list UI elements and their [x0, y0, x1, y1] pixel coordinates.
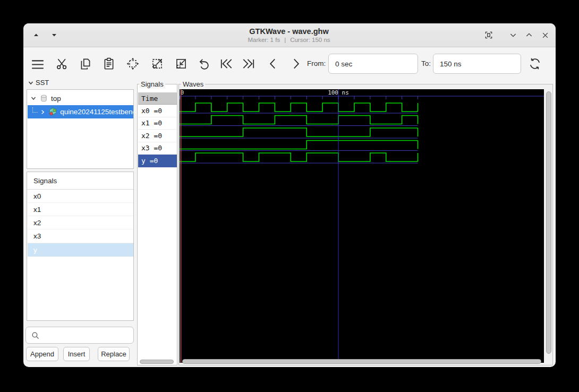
- signal-column-hscrollbar[interactable]: [140, 360, 174, 364]
- copy-icon[interactable]: [79, 57, 92, 71]
- window-title: GTKWave - wave.ghw: [130, 27, 448, 36]
- to-label: To:: [421, 59, 431, 67]
- signal-list-panel: Signals x0x1x2x3y: [27, 172, 134, 321]
- sst-header[interactable]: SST: [28, 79, 49, 87]
- waves-frame-label: Waves: [181, 80, 205, 88]
- triangle-down-icon[interactable]: [48, 23, 61, 47]
- globe-icon: [48, 107, 57, 116]
- search-input[interactable]: [42, 329, 132, 343]
- insert-button[interactable]: Insert: [63, 347, 90, 361]
- zoom-out-icon[interactable]: [150, 57, 164, 71]
- tree-item-label: quine20241125testbench: [60, 108, 133, 116]
- search-box: [25, 327, 134, 344]
- title-block: GTKWave - wave.ghw Marker: 1 fs|Cursor: …: [130, 23, 448, 44]
- expander-down-icon[interactable]: [30, 95, 37, 101]
- step-forward-icon[interactable]: [289, 57, 303, 71]
- triangle-up-icon[interactable]: [30, 23, 42, 47]
- search-icon: [31, 331, 40, 340]
- cylinder-icon: [40, 94, 48, 103]
- to-input[interactable]: [433, 54, 521, 74]
- zoom-in-icon[interactable]: [174, 57, 188, 71]
- tree-guide: [32, 107, 38, 113]
- menu-icon[interactable]: [31, 58, 45, 72]
- cut-icon[interactable]: [55, 57, 69, 71]
- from-label: From:: [307, 59, 326, 67]
- signal-list-item-y[interactable]: y: [28, 243, 133, 257]
- fullscreen-icon[interactable]: [481, 23, 496, 47]
- signal-value-row-x3[interactable]: x3 =0: [138, 142, 177, 155]
- sst-tree-panel: top quine20241125testbench: [27, 89, 134, 169]
- signal-value-row-y[interactable]: y =0: [138, 155, 177, 167]
- waves-panel: 0100 ns: [178, 84, 553, 365]
- seek-start-icon[interactable]: [219, 57, 233, 71]
- signal-list-item-x1[interactable]: x1: [28, 203, 133, 216]
- append-button[interactable]: Append: [26, 347, 58, 361]
- desktop-background: GTKWave - wave.ghw Marker: 1 fs|Cursor: …: [0, 0, 579, 392]
- tree-item-top[interactable]: top: [30, 92, 61, 105]
- signal-column-frame-label: Signals: [139, 80, 165, 88]
- cursor-status: Cursor: 150 ns: [290, 37, 330, 43]
- zoom-fit-icon[interactable]: [126, 57, 140, 71]
- chevron-down-icon[interactable]: [506, 23, 521, 47]
- signal-value-row-x1[interactable]: x1 =0: [138, 117, 177, 130]
- titlebar[interactable]: GTKWave - wave.ghw Marker: 1 fs|Cursor: …: [23, 23, 556, 47]
- paste-icon[interactable]: [102, 57, 116, 71]
- sst-label: SST: [36, 79, 49, 87]
- seek-end-icon[interactable]: [242, 57, 256, 71]
- replace-button[interactable]: Replace: [98, 347, 130, 361]
- close-icon[interactable]: [538, 23, 552, 47]
- waves-vscrollbar[interactable]: [546, 91, 551, 354]
- signal-list-item-x3[interactable]: x3: [28, 230, 133, 243]
- undo-icon[interactable]: [198, 57, 211, 71]
- signal-list-item-x0[interactable]: x0: [28, 190, 133, 203]
- time-header[interactable]: Time: [138, 92, 177, 105]
- from-input[interactable]: [328, 54, 418, 74]
- status-separator: |: [284, 37, 286, 43]
- signal-value-row-x2[interactable]: x2 =0: [138, 130, 177, 142]
- signal-value-row-x0[interactable]: x0 =0: [138, 105, 177, 117]
- gtkwave-window: GTKWave - wave.ghw Marker: 1 fs|Cursor: …: [23, 23, 556, 367]
- signal-list-header[interactable]: Signals: [27, 172, 133, 190]
- tree-item-label: top: [51, 95, 61, 103]
- wave-canvas[interactable]: 0100 ns: [180, 89, 544, 363]
- marker-status: Marker: 1 fs: [248, 37, 280, 43]
- expander-right-icon[interactable]: [40, 109, 46, 115]
- tree-item-testbench[interactable]: quine20241125testbench: [28, 105, 133, 118]
- reload-icon[interactable]: [528, 57, 542, 71]
- chevron-up-icon[interactable]: [522, 23, 537, 47]
- status-line: Marker: 1 fs|Cursor: 150 ns: [130, 36, 448, 44]
- waves-hscrollbar[interactable]: [182, 359, 541, 364]
- step-back-icon[interactable]: [266, 57, 280, 71]
- signal-column-panel: Time x0 =0x1 =0x2 =0x3 =0 y =0: [137, 84, 177, 365]
- signal-list-item-x2[interactable]: x2: [28, 216, 133, 229]
